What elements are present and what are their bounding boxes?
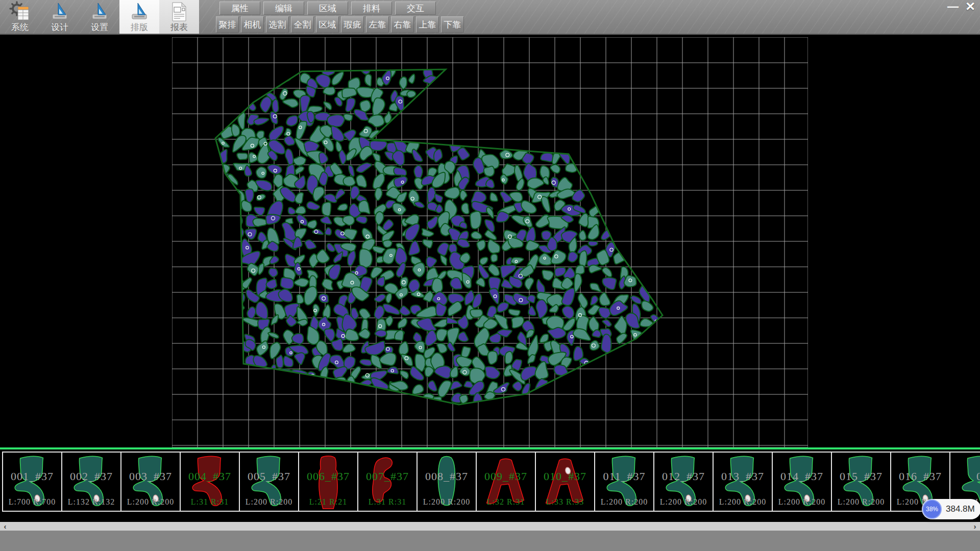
window-controls: — ✕ [944,0,979,13]
system-icon [9,1,31,22]
ruler-icon [129,1,150,22]
toolbar-button-label: 排版 [131,23,148,32]
part-thumbnail-11[interactable]: 011_#37L:200 R:200 [594,452,654,512]
menu-item-3[interactable]: 区域 [307,2,348,15]
part-thumbnail-13[interactable]: 013_#37L:200 R:200 [713,452,773,512]
tool-button-6[interactable]: 瑕疵 [341,16,364,33]
part-id-label: 002_#37 [62,470,120,483]
part-id-label: 011_#37 [595,470,653,483]
horizontal-scrollbar[interactable]: ‹ › [0,522,980,531]
menu-item-5[interactable]: 交互 [395,2,436,15]
tool-button-8[interactable]: 右靠 [391,16,414,33]
scroll-right-arrow-icon[interactable]: › [971,522,979,531]
part-thumbnail-9[interactable]: 009_#37L:32 R:31 [476,452,536,512]
tool-button-1[interactable]: 聚排 [216,16,239,33]
part-lr-label: L:200 R:200 [832,497,890,507]
tool-button-4[interactable]: 全割 [291,16,314,33]
part-id-label: 009_#37 [477,470,535,483]
toolbar-button-settings[interactable]: 设置 [80,0,119,34]
nesting-canvas[interactable] [172,37,808,447]
part-lr-label: L:200 R:200 [595,497,653,507]
tool-row: 聚排相机选割全割区域瑕疵左靠右靠上靠下靠 [216,16,464,33]
toolbar-button-nesting[interactable]: 排版 [119,0,159,34]
toolbar-button-design[interactable]: 设计 [40,0,80,34]
bottom-status-bar [0,531,980,551]
parts-strip: 001_#37L:700 R:700002_#37L:132 R:132003_… [0,452,980,512]
part-lr-label: L:200 R:200 [714,497,772,507]
tool-button-5[interactable]: 区域 [316,16,339,33]
application-window: 系统设计设置排版报表 属性编辑区域排料交互 聚排相机选割全割区域瑕疵左靠右靠上靠… [0,0,980,551]
ruler-icon [49,1,70,22]
part-thumbnail-3[interactable]: 003_#37L:200 R:200 [120,452,181,512]
memory-value: 384.8M [946,504,975,514]
menu-bar: 属性编辑区域排料交互 [219,2,436,15]
part-id-label: 004_#37 [181,470,239,483]
part-thumbnail-15[interactable]: 015_#37L:200 R:200 [831,452,891,512]
part-id-label: 010_#37 [536,470,594,483]
tool-button-7[interactable]: 左靠 [366,16,389,33]
nesting-workspace [0,35,980,447]
part-id-label: 005_#37 [240,470,298,483]
part-lr-label: L:200 R:200 [240,497,298,507]
part-lr-label: L:200 R:200 [773,497,831,507]
close-button[interactable]: ✕ [962,0,979,13]
part-id-label: 007_#37 [358,470,416,483]
minimize-button[interactable]: — [944,0,962,13]
part-id-label: 015_#37 [832,470,890,483]
toolbar-button-label: 设置 [91,23,108,32]
part-lr-label: L:132 R:132 [62,497,120,507]
part-id-label: 0 [950,470,980,483]
toolbar-button-label: 系统 [11,23,29,32]
part-thumbnail-10[interactable]: 010_#37L:33 R:33 [535,452,595,512]
part-id-label: 006_#37 [299,470,357,483]
ruler-icon [89,1,110,22]
toolbar-button-report[interactable]: 报表 [159,0,199,34]
part-thumbnail-7[interactable]: 007_#37L:31 R:31 [357,452,418,512]
part-thumbnail-6[interactable]: 006_#37L:21 R:21 [298,452,358,512]
memory-badge[interactable]: 38% 384.8M [922,499,980,519]
part-lr-label: L:200 R:200 [418,497,476,507]
scroll-left-arrow-icon[interactable]: ‹ [1,522,9,531]
part-thumbnail-12[interactable]: 012_#37L:200 R:200 [653,452,714,512]
report-icon [168,1,190,22]
tool-button-2[interactable]: 相机 [241,16,264,33]
toolbar-button-label: 设计 [51,23,68,32]
part-thumbnail-8[interactable]: 008_#37L:200 R:200 [416,452,477,512]
part-thumbnail-2[interactable]: 002_#37L:132 R:132 [61,452,121,512]
part-lr-label: L:200 R:200 [654,497,713,507]
tool-button-10[interactable]: 下靠 [441,16,464,33]
toolbar-button-system[interactable]: 系统 [0,0,40,34]
part-id-label: 016_#37 [891,470,949,483]
part-id-label: 008_#37 [418,470,476,483]
part-lr-label: L:32 R:31 [477,497,535,507]
menu-item-4[interactable]: 排料 [351,2,392,15]
part-thumbnail-1[interactable]: 001_#37L:700 R:700 [2,452,62,512]
part-id-label: 012_#37 [654,470,713,483]
part-lr-label: L:200 R:200 [121,497,180,507]
title-toolbar: 系统设计设置排版报表 属性编辑区域排料交互 聚排相机选割全割区域瑕疵左靠右靠上靠… [0,0,980,35]
part-lr-label: L:33 R:33 [536,497,594,507]
part-id-label: 003_#37 [121,470,180,483]
part-thumbnail-4[interactable]: 004_#37L:31 R:31 [180,452,240,512]
part-lr-label: L:31 R:31 [358,497,416,507]
strip-divider-line [0,447,980,449]
part-id-label: 013_#37 [714,470,772,483]
tool-button-3[interactable]: 选割 [266,16,289,33]
part-lr-label: L:31 R:31 [181,497,239,507]
part-lr-label: L:700 R:700 [3,497,61,507]
part-id-label: 001_#37 [3,470,61,483]
main-toolbar: 系统设计设置排版报表 [0,0,199,34]
part-lr-label: L:21 R:21 [299,497,357,507]
menu-item-1[interactable]: 属性 [219,2,260,15]
percent-badge: 38% [922,499,942,519]
toolbar-button-label: 报表 [170,23,188,32]
part-thumbnail-14[interactable]: 014_#37L:200 R:200 [772,452,832,512]
part-id-label: 014_#37 [773,470,831,483]
menu-item-2[interactable]: 编辑 [263,2,304,15]
tool-button-9[interactable]: 上靠 [416,16,439,33]
part-thumbnail-5[interactable]: 005_#37L:200 R:200 [239,452,299,512]
